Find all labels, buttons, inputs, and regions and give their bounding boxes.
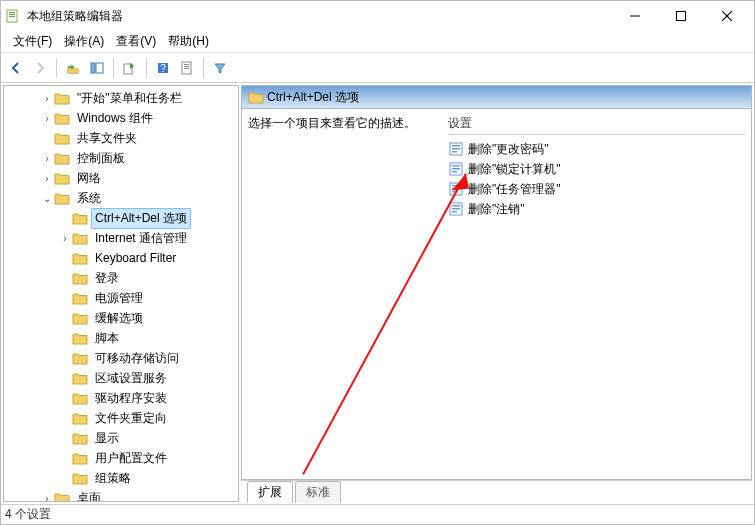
export-button[interactable]: [119, 57, 141, 79]
menu-help[interactable]: 帮助(H): [162, 31, 215, 52]
help-button[interactable]: [176, 57, 198, 79]
tab-extended[interactable]: 扩展: [247, 481, 293, 503]
tree-item[interactable]: ·电源管理: [4, 288, 238, 308]
tree-item[interactable]: ·Keyboard Filter: [4, 248, 238, 268]
tree-item[interactable]: ›桌面: [4, 488, 238, 502]
menu-file[interactable]: 文件(F): [7, 31, 58, 52]
titlebar: 本地组策略编辑器: [1, 1, 754, 31]
toolbar: ?: [1, 53, 754, 83]
details-tabs: 扩展 标准: [241, 480, 752, 502]
window-title: 本地组策略编辑器: [27, 8, 123, 25]
menu-action[interactable]: 操作(A): [58, 31, 110, 52]
chevron-down-icon[interactable]: ⌄: [40, 193, 54, 204]
forward-button: [29, 57, 51, 79]
tree-item-label: Windows 组件: [73, 108, 157, 129]
setting-item[interactable]: 删除"更改密码": [448, 139, 745, 159]
tree-item-label: Keyboard Filter: [91, 249, 180, 267]
svg-rect-24: [452, 165, 460, 167]
refresh-button[interactable]: ?: [152, 57, 174, 79]
up-button[interactable]: [62, 57, 84, 79]
chevron-right-icon: ·: [58, 313, 72, 324]
minimize-button[interactable]: [612, 1, 658, 31]
tree-item[interactable]: ›"开始"菜单和任务栏: [4, 88, 238, 108]
tree-item[interactable]: ·登录: [4, 268, 238, 288]
back-button[interactable]: [5, 57, 27, 79]
tree-item[interactable]: ·组策略: [4, 468, 238, 488]
chevron-right-icon: ·: [58, 293, 72, 304]
tree-item[interactable]: ⌄系统: [4, 188, 238, 208]
content-area: ›"开始"菜单和任务栏›Windows 组件·共享文件夹›控制面板›网络⌄系统·…: [1, 83, 754, 504]
chevron-right-icon: ·: [40, 133, 54, 144]
chevron-right-icon[interactable]: ›: [40, 113, 54, 124]
details-body: 选择一个项目来查看它的描述。 设置 删除"更改密码"删除"锁定计算机"删除"任务…: [241, 109, 752, 480]
tree-item[interactable]: ·共享文件夹: [4, 128, 238, 148]
description-hint: 选择一个项目来查看它的描述。: [248, 116, 416, 130]
chevron-right-icon[interactable]: ›: [40, 493, 54, 503]
tree-item-label: 电源管理: [91, 288, 147, 309]
chevron-right-icon[interactable]: ›: [58, 233, 72, 244]
svg-rect-21: [452, 148, 460, 150]
svg-rect-20: [452, 145, 460, 147]
tree-item-label: 驱动程序安装: [91, 388, 171, 409]
chevron-right-icon[interactable]: ›: [40, 93, 54, 104]
tree-item[interactable]: ·文件夹重定向: [4, 408, 238, 428]
tree-item-label: 控制面板: [73, 148, 129, 169]
tree-item-label: 文件夹重定向: [91, 408, 171, 429]
svg-rect-6: [677, 12, 686, 21]
details-header: Ctrl+Alt+Del 选项: [241, 85, 752, 109]
setting-item[interactable]: 删除"任务管理器": [448, 179, 745, 199]
tree-item[interactable]: ›网络: [4, 168, 238, 188]
svg-rect-18: [184, 68, 189, 69]
tree-item[interactable]: ·可移动存储访问: [4, 348, 238, 368]
tab-standard[interactable]: 标准: [295, 481, 341, 503]
tree-item[interactable]: ·显示: [4, 428, 238, 448]
tree-item-label: 登录: [91, 268, 123, 289]
svg-rect-10: [91, 63, 95, 73]
svg-rect-32: [452, 205, 460, 207]
tree-item[interactable]: ·Ctrl+Alt+Del 选项: [4, 208, 238, 228]
tree-item[interactable]: ›Windows 组件: [4, 108, 238, 128]
svg-rect-3: [9, 16, 15, 17]
description-column: 选择一个项目来查看它的描述。: [248, 115, 438, 473]
filter-button[interactable]: [209, 57, 231, 79]
setting-label: 删除"更改密码": [468, 141, 549, 158]
tree-item-label: Internet 通信管理: [91, 228, 191, 249]
setting-label: 删除"任务管理器": [468, 181, 561, 198]
svg-rect-33: [452, 208, 460, 210]
menu-view[interactable]: 查看(V): [110, 31, 162, 52]
svg-rect-4: [6, 9, 9, 11]
tree-item-label: 用户配置文件: [91, 448, 171, 469]
tree-item-label: "开始"菜单和任务栏: [73, 88, 186, 109]
tree-item[interactable]: ·缓解选项: [4, 308, 238, 328]
toolbar-separator: [203, 58, 204, 78]
tree-item-label: 区域设置服务: [91, 368, 171, 389]
tree-item[interactable]: ›Internet 通信管理: [4, 228, 238, 248]
show-hide-tree-button[interactable]: [86, 57, 108, 79]
chevron-right-icon: ·: [58, 353, 72, 364]
chevron-right-icon: ·: [58, 393, 72, 404]
maximize-button[interactable]: [658, 1, 704, 31]
chevron-right-icon: ·: [58, 433, 72, 444]
svg-rect-28: [452, 185, 460, 187]
close-button[interactable]: [704, 1, 750, 31]
chevron-right-icon: ·: [58, 413, 72, 424]
tree-item[interactable]: ›控制面板: [4, 148, 238, 168]
tree-item-label: 网络: [73, 168, 105, 189]
chevron-right-icon: ·: [58, 453, 72, 464]
toolbar-separator: [113, 58, 114, 78]
tree-item[interactable]: ·脚本: [4, 328, 238, 348]
chevron-right-icon[interactable]: ›: [40, 153, 54, 164]
svg-rect-16: [184, 64, 189, 65]
tree-item[interactable]: ·用户配置文件: [4, 448, 238, 468]
chevron-right-icon[interactable]: ›: [40, 173, 54, 184]
setting-item[interactable]: 删除"锁定计算机": [448, 159, 745, 179]
tree-item[interactable]: ·驱动程序安装: [4, 388, 238, 408]
setting-label: 删除"注销": [468, 201, 525, 218]
tree-item[interactable]: ·区域设置服务: [4, 368, 238, 388]
svg-rect-2: [9, 14, 15, 15]
tree-item-label: 可移动存储访问: [91, 348, 183, 369]
tree-item-label: 显示: [91, 428, 123, 449]
setting-item[interactable]: 删除"注销": [448, 199, 745, 219]
tree-pane[interactable]: ›"开始"菜单和任务栏›Windows 组件·共享文件夹›控制面板›网络⌄系统·…: [3, 85, 239, 502]
setting-label: 删除"锁定计算机": [468, 161, 561, 178]
